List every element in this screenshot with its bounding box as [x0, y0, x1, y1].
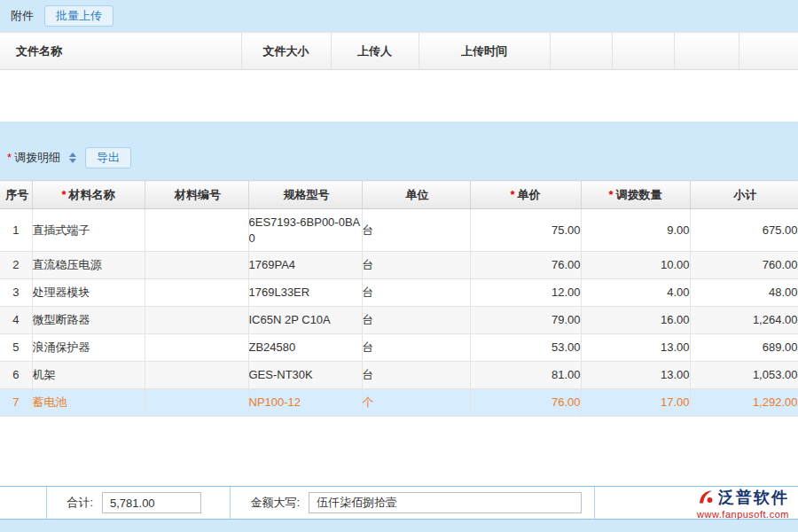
cell-unit: 台	[362, 252, 470, 279]
cell-spec-model: IC65N 2P C10A	[248, 307, 362, 334]
detail-header-row: 序号 *材料名称 材料编号 规格型号 单位 *单价 *调拨数量 小计	[0, 181, 798, 209]
cell-no: 7	[0, 389, 32, 417]
batch-upload-button[interactable]: 批量上传	[44, 5, 113, 27]
attachment-section-label: 附件	[11, 8, 34, 24]
cell-transfer-qty: 9.00	[581, 209, 690, 252]
cell-unit-price: 12.00	[470, 279, 581, 307]
col-header-transfer-qty: *调拨数量	[581, 181, 690, 209]
total-value-input[interactable]	[102, 492, 201, 513]
sort-toggle-icon[interactable]	[67, 151, 78, 165]
detail-title: *调拨明细	[7, 150, 60, 166]
attachment-header-empty	[739, 33, 798, 70]
attachment-header-empty	[612, 33, 674, 70]
cell-transfer-qty: 16.00	[581, 307, 690, 334]
cell-material-name: 直插式端子	[32, 209, 145, 252]
attachment-header-empty	[674, 33, 739, 70]
cell-material-name: 浪涌保护器	[32, 334, 145, 362]
detail-toolbar: *调拨明细 导出	[0, 145, 798, 171]
cell-unit-price: 53.00	[470, 334, 581, 362]
table-row[interactable]: 3 处理器模块 1769L33ER 台 12.00 4.00 48.00	[0, 279, 798, 307]
col-header-material-name: *材料名称	[32, 181, 145, 209]
cell-transfer-qty: 13.00	[581, 362, 690, 389]
table-row[interactable]: 5 浪涌保护器 ZB24580 台 53.00 13.00 689.00	[0, 334, 798, 362]
col-header-unit-price: *单价	[470, 181, 581, 209]
cell-transfer-qty: 10.00	[581, 252, 690, 279]
fanpu-logo-name: 泛普软件	[718, 487, 789, 508]
cell-subtotal: 689.00	[690, 334, 798, 362]
cell-material-name: 处理器模块	[32, 279, 145, 307]
cell-no: 2	[0, 252, 32, 279]
cell-spec-model: ZB24580	[248, 334, 362, 362]
attachment-toolbar: 附件 批量上传	[0, 0, 798, 32]
cell-material-name: 微型断路器	[32, 307, 145, 334]
cell-transfer-qty: 4.00	[581, 279, 690, 307]
col-header-unit: 单位	[362, 181, 470, 209]
col-header-spec-model: 规格型号	[248, 181, 362, 209]
cell-material-code	[145, 362, 248, 389]
table-row-selected[interactable]: 7 蓄电池 NP100-12 个 76.00 17.00 1,292.00	[0, 389, 798, 417]
cell-spec-model: NP100-12	[248, 389, 362, 417]
cell-no: 6	[0, 362, 32, 389]
fanpu-logo-icon	[697, 489, 715, 506]
col-header-no: 序号	[0, 181, 32, 209]
cell-unit: 台	[362, 279, 470, 307]
cell-material-code	[145, 279, 248, 307]
export-button[interactable]: 导出	[85, 147, 131, 168]
cell-no: 4	[0, 307, 32, 334]
col-header-subtotal: 小计	[690, 181, 798, 209]
attachment-empty-body	[0, 70, 798, 121]
cell-material-name: 蓄电池	[32, 389, 145, 417]
cell-unit: 台	[362, 334, 470, 362]
cell-unit-price: 76.00	[470, 252, 581, 279]
attachment-header-uploadtime: 上传时间	[419, 33, 550, 70]
detail-table: 序号 *材料名称 材料编号 规格型号 单位 *单价 *调拨数量 小计 1 直插式…	[0, 180, 798, 417]
cell-subtotal: 1,292.00	[690, 389, 798, 417]
cell-material-code	[145, 307, 248, 334]
cell-material-name: 机架	[32, 362, 145, 389]
attachment-header-filename: 文件名称	[0, 33, 241, 70]
cell-subtotal: 675.00	[690, 209, 798, 252]
cell-unit-price: 75.00	[470, 209, 581, 252]
cell-spec-model: 1769L33ER	[248, 279, 362, 307]
col-header-material-code: 材料编号	[145, 181, 248, 209]
table-row[interactable]: 2 直流稳压电源 1769PA4 台 76.00 10.00 760.00	[0, 252, 798, 279]
attachment-table: 文件名称 文件大小 上传人 上传时间	[0, 32, 798, 70]
cell-unit: 台	[362, 307, 470, 334]
divider	[594, 487, 595, 519]
table-row[interactable]: 6 机架 GES-NT30K 台 81.00 13.00 1,053.00	[0, 362, 798, 389]
cell-subtotal: 48.00	[690, 279, 798, 307]
cell-material-code	[145, 252, 248, 279]
cell-spec-model: 6ES7193-6BP00-0BA0	[248, 209, 362, 252]
attachment-header-uploader: 上传人	[331, 33, 419, 70]
cell-subtotal: 760.00	[690, 252, 798, 279]
cell-subtotal: 1,264.00	[690, 307, 798, 334]
attachment-header-filesize: 文件大小	[241, 33, 331, 70]
sort-up-icon	[69, 153, 76, 157]
cell-spec-model: GES-NT30K	[248, 362, 362, 389]
summary-bar: 合计: 金额大写: 泛普软件 www.fanpusoft.com	[0, 486, 798, 520]
cell-unit-price: 79.00	[470, 307, 581, 334]
cell-material-code	[145, 209, 248, 252]
table-row[interactable]: 4 微型断路器 IC65N 2P C10A 台 79.00 16.00 1,26…	[0, 307, 798, 334]
fanpu-logo-link[interactable]: 泛普软件 www.fanpusoft.com	[697, 487, 789, 520]
sort-down-icon	[69, 159, 76, 163]
cell-no: 1	[0, 209, 32, 252]
cell-unit-price: 76.00	[470, 389, 581, 417]
fanpu-logo-url: www.fanpusoft.com	[697, 509, 789, 520]
total-label: 合计:	[47, 495, 98, 511]
cell-subtotal: 1,053.00	[690, 362, 798, 389]
empty-area	[0, 417, 798, 486]
cell-transfer-qty: 17.00	[581, 389, 690, 417]
required-mark: *	[7, 151, 12, 164]
amount-words-label: 金额大写:	[231, 495, 305, 511]
table-row[interactable]: 1 直插式端子 6ES7193-6BP00-0BA0 台 75.00 9.00 …	[0, 209, 798, 252]
cell-unit-price: 81.00	[470, 362, 581, 389]
attachment-header-empty	[550, 33, 612, 70]
cell-no: 5	[0, 334, 32, 362]
cell-spec-model: 1769PA4	[248, 252, 362, 279]
cell-no: 3	[0, 279, 32, 307]
amount-words-input[interactable]	[309, 492, 582, 513]
cell-unit: 个	[362, 389, 470, 417]
cell-material-name: 直流稳压电源	[32, 252, 145, 279]
cell-transfer-qty: 13.00	[581, 334, 690, 362]
